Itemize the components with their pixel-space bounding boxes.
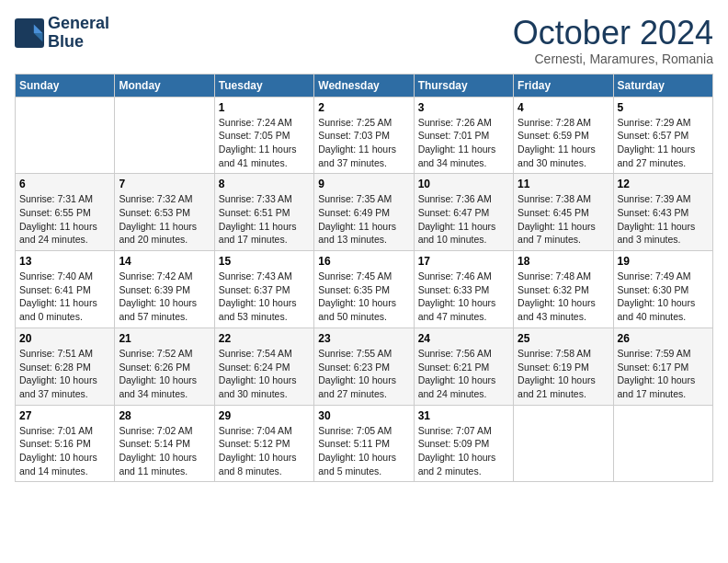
column-header-monday: Monday bbox=[115, 74, 214, 97]
calendar-cell: 23Sunrise: 7:55 AM Sunset: 6:23 PM Dayli… bbox=[314, 327, 414, 405]
day-number: 18 bbox=[518, 255, 609, 268]
day-info: Sunrise: 7:55 AM Sunset: 6:23 PM Dayligh… bbox=[318, 347, 409, 401]
day-number: 5 bbox=[618, 101, 709, 114]
calendar-cell: 21Sunrise: 7:52 AM Sunset: 6:26 PM Dayli… bbox=[115, 327, 214, 405]
calendar-cell: 18Sunrise: 7:48 AM Sunset: 6:32 PM Dayli… bbox=[514, 251, 613, 328]
day-info: Sunrise: 7:59 AM Sunset: 6:17 PM Dayligh… bbox=[618, 347, 709, 401]
calendar-cell bbox=[514, 405, 613, 482]
calendar-cell: 13Sunrise: 7:40 AM Sunset: 6:41 PM Dayli… bbox=[16, 251, 115, 328]
day-number: 21 bbox=[119, 332, 210, 345]
logo-line2: Blue bbox=[48, 32, 84, 51]
day-number: 9 bbox=[318, 178, 409, 190]
day-info: Sunrise: 7:05 AM Sunset: 5:11 PM Dayligh… bbox=[318, 424, 409, 478]
day-number: 4 bbox=[518, 101, 609, 114]
calendar-week-row: 13Sunrise: 7:40 AM Sunset: 6:41 PM Dayli… bbox=[16, 251, 713, 328]
calendar-cell: 8Sunrise: 7:33 AM Sunset: 6:51 PM Daylig… bbox=[214, 174, 313, 251]
day-info: Sunrise: 7:31 AM Sunset: 6:55 PM Dayligh… bbox=[19, 192, 110, 247]
day-number: 27 bbox=[19, 409, 110, 422]
calendar-cell: 1Sunrise: 7:24 AM Sunset: 7:05 PM Daylig… bbox=[214, 97, 313, 174]
column-header-saturday: Saturday bbox=[613, 74, 712, 97]
day-info: Sunrise: 7:32 AM Sunset: 6:53 PM Dayligh… bbox=[119, 192, 210, 247]
day-info: Sunrise: 7:33 AM Sunset: 6:51 PM Dayligh… bbox=[219, 192, 310, 247]
calendar-cell: 12Sunrise: 7:39 AM Sunset: 6:43 PM Dayli… bbox=[613, 174, 712, 251]
calendar-cell bbox=[16, 97, 115, 174]
calendar-cell: 9Sunrise: 7:35 AM Sunset: 6:49 PM Daylig… bbox=[314, 174, 414, 251]
day-number: 20 bbox=[19, 332, 110, 345]
day-number: 29 bbox=[219, 409, 310, 422]
day-number: 28 bbox=[119, 409, 210, 422]
day-number: 16 bbox=[318, 255, 409, 268]
location: Cernesti, Maramures, Romania bbox=[513, 52, 713, 66]
calendar-cell: 28Sunrise: 7:02 AM Sunset: 5:14 PM Dayli… bbox=[115, 405, 214, 482]
day-number: 24 bbox=[418, 332, 509, 345]
day-number: 3 bbox=[418, 101, 509, 114]
calendar-cell: 10Sunrise: 7:36 AM Sunset: 6:47 PM Dayli… bbox=[414, 174, 513, 251]
day-info: Sunrise: 7:56 AM Sunset: 6:21 PM Dayligh… bbox=[418, 347, 509, 401]
day-number: 8 bbox=[219, 178, 310, 190]
calendar-cell: 14Sunrise: 7:42 AM Sunset: 6:39 PM Dayli… bbox=[115, 251, 214, 328]
day-info: Sunrise: 7:02 AM Sunset: 5:14 PM Dayligh… bbox=[119, 424, 210, 478]
day-info: Sunrise: 7:45 AM Sunset: 6:35 PM Dayligh… bbox=[318, 270, 409, 324]
calendar-cell: 29Sunrise: 7:04 AM Sunset: 5:12 PM Dayli… bbox=[214, 405, 313, 482]
day-number: 6 bbox=[19, 178, 110, 190]
calendar-cell: 22Sunrise: 7:54 AM Sunset: 6:24 PM Dayli… bbox=[214, 327, 313, 405]
day-number: 15 bbox=[219, 255, 310, 268]
calendar-cell: 26Sunrise: 7:59 AM Sunset: 6:17 PM Dayli… bbox=[613, 327, 712, 405]
day-info: Sunrise: 7:51 AM Sunset: 6:28 PM Dayligh… bbox=[19, 347, 110, 401]
day-info: Sunrise: 7:48 AM Sunset: 6:32 PM Dayligh… bbox=[518, 270, 609, 324]
calendar-week-row: 6Sunrise: 7:31 AM Sunset: 6:55 PM Daylig… bbox=[16, 174, 713, 251]
day-number: 14 bbox=[119, 255, 210, 268]
logo: General Blue bbox=[15, 15, 109, 52]
calendar-week-row: 20Sunrise: 7:51 AM Sunset: 6:28 PM Dayli… bbox=[16, 327, 713, 405]
logo-text: General Blue bbox=[48, 15, 109, 52]
calendar-cell: 27Sunrise: 7:01 AM Sunset: 5:16 PM Dayli… bbox=[16, 405, 115, 482]
calendar-cell: 11Sunrise: 7:38 AM Sunset: 6:45 PM Dayli… bbox=[514, 174, 613, 251]
day-number: 25 bbox=[518, 332, 609, 345]
calendar-cell: 19Sunrise: 7:49 AM Sunset: 6:30 PM Dayli… bbox=[613, 251, 712, 328]
calendar-cell: 4Sunrise: 7:28 AM Sunset: 6:59 PM Daylig… bbox=[514, 97, 613, 174]
calendar-week-row: 1Sunrise: 7:24 AM Sunset: 7:05 PM Daylig… bbox=[16, 97, 713, 174]
day-info: Sunrise: 7:52 AM Sunset: 6:26 PM Dayligh… bbox=[119, 347, 210, 401]
calendar-week-row: 27Sunrise: 7:01 AM Sunset: 5:16 PM Dayli… bbox=[16, 405, 713, 482]
calendar-cell: 16Sunrise: 7:45 AM Sunset: 6:35 PM Dayli… bbox=[314, 251, 414, 328]
column-header-tuesday: Tuesday bbox=[214, 74, 313, 97]
title-block: October 2024 Cernesti, Maramures, Romani… bbox=[513, 15, 713, 66]
calendar-cell: 15Sunrise: 7:43 AM Sunset: 6:37 PM Dayli… bbox=[214, 251, 313, 328]
column-header-wednesday: Wednesday bbox=[314, 74, 414, 97]
calendar-cell: 30Sunrise: 7:05 AM Sunset: 5:11 PM Dayli… bbox=[314, 405, 414, 482]
day-number: 7 bbox=[119, 178, 210, 190]
column-header-friday: Friday bbox=[514, 74, 613, 97]
day-number: 11 bbox=[518, 178, 609, 190]
calendar-cell: 17Sunrise: 7:46 AM Sunset: 6:33 PM Dayli… bbox=[414, 251, 513, 328]
day-info: Sunrise: 7:39 AM Sunset: 6:43 PM Dayligh… bbox=[618, 192, 709, 247]
day-number: 22 bbox=[219, 332, 310, 345]
calendar-cell: 2Sunrise: 7:25 AM Sunset: 7:03 PM Daylig… bbox=[314, 97, 414, 174]
day-info: Sunrise: 7:49 AM Sunset: 6:30 PM Dayligh… bbox=[618, 270, 709, 324]
day-info: Sunrise: 7:25 AM Sunset: 7:03 PM Dayligh… bbox=[318, 116, 409, 170]
calendar-header-row: SundayMondayTuesdayWednesdayThursdayFrid… bbox=[16, 74, 713, 97]
day-info: Sunrise: 7:58 AM Sunset: 6:19 PM Dayligh… bbox=[518, 347, 609, 401]
day-number: 23 bbox=[318, 332, 409, 345]
day-info: Sunrise: 7:29 AM Sunset: 6:57 PM Dayligh… bbox=[618, 116, 709, 170]
calendar-cell: 20Sunrise: 7:51 AM Sunset: 6:28 PM Dayli… bbox=[16, 327, 115, 405]
logo-icon bbox=[15, 18, 44, 48]
day-info: Sunrise: 7:54 AM Sunset: 6:24 PM Dayligh… bbox=[219, 347, 310, 401]
day-info: Sunrise: 7:35 AM Sunset: 6:49 PM Dayligh… bbox=[318, 192, 409, 247]
day-number: 30 bbox=[318, 409, 409, 422]
column-header-sunday: Sunday bbox=[16, 74, 115, 97]
calendar-table: SundayMondayTuesdayWednesdayThursdayFrid… bbox=[15, 74, 713, 483]
calendar-cell: 7Sunrise: 7:32 AM Sunset: 6:53 PM Daylig… bbox=[115, 174, 214, 251]
day-number: 31 bbox=[418, 409, 509, 422]
day-number: 12 bbox=[618, 178, 709, 190]
calendar-cell: 5Sunrise: 7:29 AM Sunset: 6:57 PM Daylig… bbox=[613, 97, 712, 174]
day-info: Sunrise: 7:40 AM Sunset: 6:41 PM Dayligh… bbox=[19, 270, 110, 324]
day-number: 1 bbox=[219, 101, 310, 114]
day-number: 13 bbox=[19, 255, 110, 268]
day-number: 17 bbox=[418, 255, 509, 268]
day-info: Sunrise: 7:43 AM Sunset: 6:37 PM Dayligh… bbox=[219, 270, 310, 324]
day-number: 26 bbox=[618, 332, 709, 345]
day-info: Sunrise: 7:42 AM Sunset: 6:39 PM Dayligh… bbox=[119, 270, 210, 324]
day-info: Sunrise: 7:38 AM Sunset: 6:45 PM Dayligh… bbox=[518, 192, 609, 247]
day-number: 19 bbox=[618, 255, 709, 268]
day-info: Sunrise: 7:28 AM Sunset: 6:59 PM Dayligh… bbox=[518, 116, 609, 170]
